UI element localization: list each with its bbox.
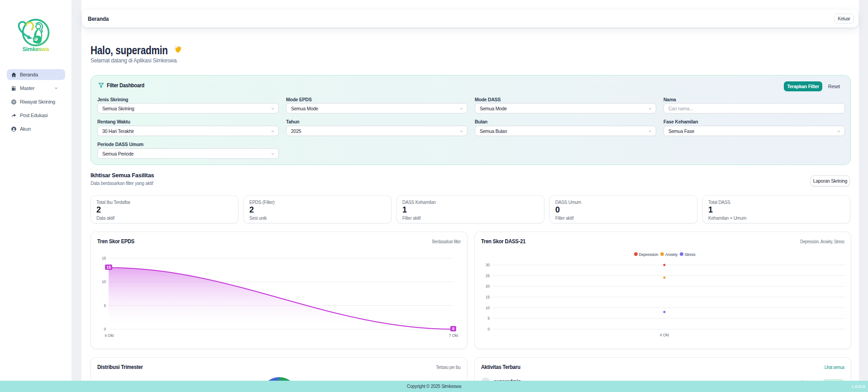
svg-text:0: 0	[104, 327, 106, 331]
svg-text:5: 5	[104, 303, 106, 308]
svg-text:Simkeswa: Simkeswa	[23, 46, 50, 52]
svg-text:25: 25	[486, 274, 490, 278]
svg-text:7 Okt: 7 Okt	[449, 333, 458, 338]
svg-text:13: 13	[107, 265, 111, 269]
svg-text:10: 10	[486, 306, 490, 310]
svg-text:4 Okt: 4 Okt	[660, 333, 669, 337]
svg-text:Stress: Stress	[685, 252, 696, 257]
svg-text:5: 5	[488, 316, 490, 321]
svg-text:Depression: Depression	[639, 252, 658, 257]
svg-text:20: 20	[486, 284, 490, 288]
svg-text:30: 30	[486, 263, 490, 267]
svg-text:0: 0	[488, 327, 490, 331]
svg-text:4 Okt: 4 Okt	[105, 333, 114, 338]
svg-text:0: 0	[452, 326, 454, 331]
svg-text:10: 10	[102, 279, 106, 284]
svg-text:15: 15	[102, 256, 106, 260]
svg-text:15: 15	[486, 295, 490, 299]
svg-text:Anxiety: Anxiety	[665, 252, 678, 257]
